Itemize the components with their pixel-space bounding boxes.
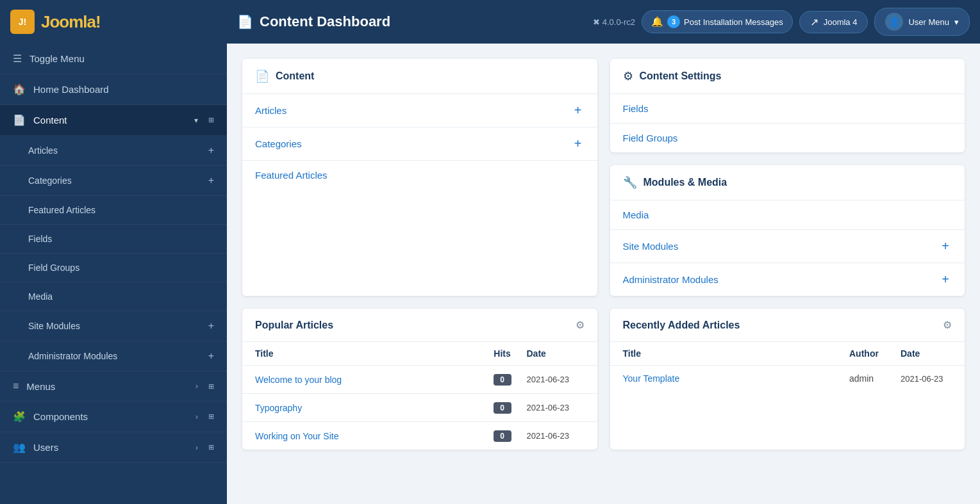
page-title-icon: 📄 xyxy=(237,14,253,29)
menu-icon: ☰ xyxy=(13,53,22,65)
article-title-cell: Welcome to your blog xyxy=(255,374,478,386)
sidebar-item-menus[interactable]: ≡ Menus › ⊞ xyxy=(0,371,227,402)
add-admin-module-icon[interactable]: + xyxy=(208,350,214,362)
sidebar-users-label: Users xyxy=(33,442,188,453)
recently-added-settings-icon[interactable]: ⚙ xyxy=(943,319,952,331)
sidebar-item-fields[interactable]: Fields xyxy=(0,225,227,254)
recently-added-table-header: Title Author Date xyxy=(610,342,965,366)
popular-articles-table-header: Title Hits Date xyxy=(242,342,597,366)
article-link-2[interactable]: Typography xyxy=(255,403,302,413)
sidebar-item-categories[interactable]: Categories + xyxy=(0,166,227,196)
notifications-button[interactable]: 🔔 3 Post Installation Messages xyxy=(642,10,793,33)
chevron-right-icon: › xyxy=(195,382,198,391)
modules-media-body: Media Site Modules + Administrator Modul… xyxy=(610,200,965,296)
sidebar-toggle-label: Toggle Menu xyxy=(29,53,214,64)
add-site-module-icon[interactable]: + xyxy=(208,320,214,332)
sidebar-home-label: Home Dashboard xyxy=(33,84,214,95)
add-categories-button[interactable]: + xyxy=(572,136,585,151)
sidebar-item-home[interactable]: 🏠 Home Dashboard xyxy=(0,74,227,105)
field-groups-link[interactable]: Field Groups xyxy=(610,124,965,152)
sidebar-site-modules-label: Site Modules xyxy=(28,321,201,331)
sidebar-item-users[interactable]: 👥 Users › ⊞ xyxy=(0,432,227,463)
sidebar-featured-label: Featured Articles xyxy=(28,205,214,215)
page-title: Content Dashboard xyxy=(260,13,390,30)
sidebar-media-label: Media xyxy=(28,291,214,302)
recently-added-body: Title Author Date Your Template admin 20… xyxy=(610,342,965,391)
notifications-count: 3 xyxy=(667,15,680,28)
sidebar-item-media[interactable]: Media xyxy=(0,282,227,311)
sidebar-item-toggle[interactable]: ☰ Toggle Menu xyxy=(0,44,227,74)
content-card-icon: 📄 xyxy=(255,69,269,83)
post-installation-label: Post Installation Messages xyxy=(684,17,783,27)
categories-list-item: Categories + xyxy=(242,127,597,161)
content-grid-icon: ⊞ xyxy=(208,116,214,124)
popular-articles-settings-icon[interactable]: ⚙ xyxy=(576,319,585,331)
sidebar-item-featured-articles[interactable]: Featured Articles xyxy=(0,196,227,225)
hits-badge-1: 0 xyxy=(494,374,511,386)
sidebar-item-admin-modules[interactable]: Administrator Modules + xyxy=(0,341,227,371)
menus-grid-icon: ⊞ xyxy=(208,382,214,391)
sidebar-fields-label: Fields xyxy=(28,234,214,244)
user-menu-button[interactable]: 👤 User Menu ▾ xyxy=(874,8,970,36)
version-badge: ✖ 4.0.0-rc2 xyxy=(593,17,635,27)
add-category-icon[interactable]: + xyxy=(208,175,214,186)
add-admin-module-btn[interactable]: + xyxy=(939,272,952,287)
site-modules-link[interactable]: Site Modules xyxy=(623,241,940,252)
add-article-icon[interactable]: + xyxy=(208,145,214,156)
sidebar-item-field-groups[interactable]: Field Groups xyxy=(0,254,227,282)
featured-articles-link[interactable]: Featured Articles xyxy=(255,170,585,181)
svg-text:J!: J! xyxy=(19,17,26,27)
topbar: J! Joomla! 📄 Content Dashboard ✖ 4.0.0-r… xyxy=(0,0,980,44)
recently-added-author: admin xyxy=(849,373,901,384)
article-title-cell: Typography xyxy=(255,402,478,414)
col-date-header: Date xyxy=(527,348,585,359)
admin-modules-link[interactable]: Administrator Modules xyxy=(623,274,940,285)
chevron-right-icon-3: › xyxy=(195,443,198,452)
sidebar-item-content[interactable]: 📄 Content ▾ ⊞ xyxy=(0,105,227,136)
modules-media-header: 🔧 Modules & Media xyxy=(610,165,965,200)
page-title-area: 📄 Content Dashboard xyxy=(237,13,593,30)
joomla4-button[interactable]: ↗ Joomla 4 xyxy=(799,11,868,33)
sidebar-item-components[interactable]: 🧩 Components › ⊞ xyxy=(0,402,227,432)
recently-added-date: 2021-06-23 xyxy=(901,374,952,384)
joomla4-label: Joomla 4 xyxy=(824,17,858,27)
date-cell-3: 2021-06-23 xyxy=(527,431,585,441)
table-row: Welcome to your blog 0 2021-06-23 xyxy=(242,366,597,394)
topbar-right: ✖ 4.0.0-rc2 🔔 3 Post Installation Messag… xyxy=(593,8,970,36)
articles-link[interactable]: Articles xyxy=(255,105,572,116)
article-link-1[interactable]: Welcome to your blog xyxy=(255,375,342,385)
popular-articles-body: Title Hits Date Welcome to your blog 0 2… xyxy=(242,342,597,450)
date-cell-1: 2021-06-23 xyxy=(527,375,585,384)
components-grid-icon: ⊞ xyxy=(208,412,214,421)
right-section: ⚙ Content Settings Fields Field Groups 🔧… xyxy=(610,59,965,296)
article-link-3[interactable]: Working on Your Site xyxy=(255,431,339,441)
sidebar-content-label: Content xyxy=(33,115,187,126)
sidebar-item-site-modules[interactable]: Site Modules + xyxy=(0,311,227,341)
media-link[interactable]: Media xyxy=(610,200,965,230)
modules-media-card: 🔧 Modules & Media Media Site Modules + A… xyxy=(610,165,965,296)
content-area: 📄 Content Articles + Categories + Featur… xyxy=(227,44,980,504)
content-settings-card: ⚙ Content Settings Fields Field Groups xyxy=(610,59,965,152)
col-hits-header: Hits xyxy=(483,348,522,359)
sidebar: ☰ Toggle Menu 🏠 Home Dashboard 📄 Content… xyxy=(0,44,227,504)
popular-articles-header: Popular Articles ⚙ xyxy=(242,309,597,342)
recently-added-article-link[interactable]: Your Template xyxy=(623,373,850,384)
add-articles-button[interactable]: + xyxy=(572,103,585,118)
categories-link[interactable]: Categories xyxy=(255,138,572,149)
chevron-right-icon-2: › xyxy=(195,412,198,421)
site-modules-row: Site Modules + xyxy=(610,230,965,263)
popular-articles-title: Popular Articles xyxy=(255,320,569,331)
sidebar-item-articles[interactable]: Articles + xyxy=(0,136,227,166)
add-site-module-btn[interactable]: + xyxy=(939,239,952,254)
version-text: 4.0.0-rc2 xyxy=(602,17,635,27)
sidebar-field-groups-label: Field Groups xyxy=(28,263,214,273)
ra-col-author-header: Author xyxy=(849,348,901,359)
hits-cell-3: 0 xyxy=(483,430,522,442)
components-icon: 🧩 xyxy=(13,411,26,423)
sidebar-articles-label: Articles xyxy=(28,145,201,156)
sidebar-components-label: Components xyxy=(33,411,188,422)
users-icon: 👥 xyxy=(13,441,26,453)
user-avatar-icon: 👤 xyxy=(885,13,903,31)
fields-link[interactable]: Fields xyxy=(610,94,965,124)
content-settings-body: Fields Field Groups xyxy=(610,94,965,152)
